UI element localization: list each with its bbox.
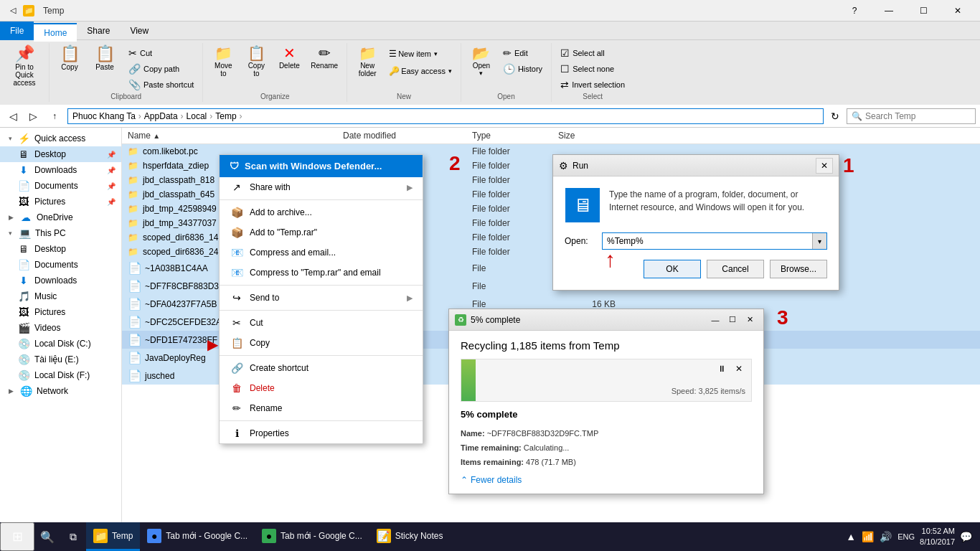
open-button[interactable]: 📂 Open ▾ [466,43,497,80]
taskbar-temp[interactable]: 📁 Temp [86,522,140,551]
fewer-details-label: Fewer details [471,475,522,485]
sidebar-item-network[interactable]: ▶ 🌐 Network [0,383,121,399]
progress-minimize[interactable]: — [707,312,723,328]
ctx-compress-temp-email[interactable]: 📧 Compress to "Temp.rar" and email [220,263,423,283]
run-dropdown-arrow[interactable]: ▾ [812,233,826,249]
address-path[interactable]: Phuoc Khang Ta › AppData › Local › Temp … [67,108,824,124]
select-all-button[interactable]: ☑ Select all [556,46,629,60]
progress-stop[interactable]: ✕ [732,362,746,376]
lang-icon[interactable]: ENG [895,532,917,541]
task-view-button[interactable]: ⧉ [60,522,86,551]
ctx-send-to[interactable]: ↪ Send to ▶ [220,288,423,308]
sidebar-item-videos[interactable]: 🎬 Videos [0,320,121,336]
tab-file[interactable]: File [0,22,34,40]
path-part-3: Local [187,111,207,121]
edit-icon: ✏ [503,47,512,59]
forward-button[interactable]: ▷ [24,108,42,125]
ctx-delete[interactable]: 🗑 Delete [220,378,423,398]
close-button[interactable]: ✕ [941,0,974,22]
sidebar-item-onedrive[interactable]: ▶ ☁ OneDrive [0,209,121,225]
back-button[interactable]: ◁ [4,108,22,125]
delete-button[interactable]: ✕ Delete [273,43,305,72]
network-tray-icon[interactable]: 📶 [859,531,876,542]
new-item-button[interactable]: ☰ New item ▾ [385,46,456,62]
taskbar-chrome-2[interactable]: ● Tab mới - Google C... [255,522,369,551]
tab-share[interactable]: Share [77,22,120,40]
sidebar-item-pc-docs[interactable]: 📄 Documents [0,257,121,273]
progress-close[interactable]: ✕ [742,312,758,328]
expand-icon: ▾ [9,135,12,142]
sidebar-item-pc-pictures[interactable]: 🖼 Pictures [0,304,121,320]
paste-shortcut-button[interactable]: 📎 Paste shortcut [124,77,198,92]
ctx-copy[interactable]: 📋 Copy [220,333,423,353]
invert-selection-button[interactable]: ⇄ Invert selection [556,77,629,92]
minimize-button[interactable]: — [872,0,905,22]
sidebar-item-pictures[interactable]: 🖼 Pictures 📌 [0,194,121,209]
refresh-button[interactable]: ↻ [826,108,844,125]
sidebar-item-local-c[interactable]: 💿 Local Disk (C:) [0,336,121,352]
pin-to-quick-access-button[interactable]: 📌 Pin to Quick access [4,43,44,90]
clock[interactable]: 10:52 AM 8/10/2017 [920,526,955,548]
sidebar-item-local-f[interactable]: 💿 Local Disk (F:) [0,367,121,383]
copy-path-button[interactable]: 🔗 Copy path [124,62,198,76]
tab-home[interactable]: Home [34,23,77,42]
sidebar-item-music[interactable]: 🎵 Music [0,288,121,304]
documents-pin: 📌 [107,182,116,190]
run-dialog-close[interactable]: ✕ [816,158,833,174]
new-folder-button[interactable]: 📁 New folder [352,43,383,80]
sidebar-item-pc-downloads[interactable]: ⬇ Downloads [0,273,121,288]
run-browse-button[interactable]: Browse... [770,260,827,278]
sidebar-item-local-e[interactable]: 💿 Tài liệu (E:) [0,352,121,367]
maximize-button[interactable]: ☐ [907,0,940,22]
tab-view[interactable]: View [120,22,159,40]
qs-back[interactable]: ◁ [6,4,20,18]
pictures-icon: 🖼 [17,196,30,207]
cut-button[interactable]: ✂ Cut [124,46,198,60]
sidebar-item-downloads[interactable]: ⬇ Downloads 📌 [0,162,121,178]
history-button[interactable]: 🕒 History [499,62,547,76]
progress-bar-container: Speed: 3,825 items/s [461,359,752,402]
ctx-properties[interactable]: ℹ Properties [220,423,423,443]
ctx-compress-email[interactable]: 📧 Compress and email... [220,242,423,263]
system-tray: ▲ 📶 🔊 ENG [844,531,917,542]
cortana-button[interactable]: 🔍 [34,522,60,551]
run-cancel-button[interactable]: Cancel [707,260,764,278]
taskbar-sticky[interactable]: 📝 Sticky Notes [369,522,451,551]
ctx-share-with[interactable]: ↗ Share with ▶ [220,177,423,197]
volume-icon[interactable]: 🔊 [877,531,894,542]
ctx-add-temp-rar[interactable]: 📦 Add to "Temp.rar" [220,222,423,242]
fewer-details-button[interactable]: ⌃ Fewer details [461,475,752,485]
help-button[interactable]: ? [838,0,871,22]
easy-access-button[interactable]: 🔑 Easy access ▾ [385,63,456,79]
sidebar-item-documents[interactable]: 📄 Documents 📌 [0,178,121,194]
open-label: Open: [565,236,596,246]
sidebar-item-desktop[interactable]: 🖥 Desktop 📌 [0,146,121,162]
ctx-rename[interactable]: ✏ Rename [220,398,423,418]
quick-access-toolbar: ◁ 📁 [6,4,34,18]
copy-button-large[interactable]: 📋 Copy [54,43,85,93]
ctx-create-shortcut[interactable]: 🔗 Create shortcut [220,358,423,378]
run-input[interactable] [603,233,812,249]
progress-pause[interactable]: ⏸ [715,362,729,376]
up-button[interactable]: ↑ [46,108,63,125]
run-ok-button[interactable]: OK [644,260,701,278]
paste-button[interactable]: 📋 Paste [87,43,123,93]
rename-button[interactable]: ✏ Rename [306,43,342,72]
search-input[interactable] [865,111,971,121]
move-to-button[interactable]: 📁 Move to [207,43,239,80]
easy-access-icon: 🔑 [389,66,400,76]
sidebar: ▾ ⚡ Quick access 🖥 Desktop 📌 ⬇ Downloads… [0,128,122,534]
tray-expand[interactable]: ▲ [844,531,858,542]
ctx-add-archive[interactable]: 📦 Add to archive... [220,202,423,222]
start-button[interactable]: ⊞ [0,522,34,551]
sidebar-item-pc-desktop[interactable]: 🖥 Desktop [0,241,121,257]
taskbar-chrome-1[interactable]: ● Tab mới - Google C... [140,522,255,551]
edit-button[interactable]: ✏ Edit [499,46,547,60]
sidebar-item-this-pc[interactable]: ▾ 💻 This PC [0,225,121,241]
notification-icon[interactable]: 💬 [958,531,974,542]
copy-to-button[interactable]: 📋 Copy to [240,43,272,80]
select-none-button[interactable]: ☐ Select none [556,62,629,76]
progress-maximize[interactable]: ☐ [725,312,740,328]
select-btns: ☑ Select all ☐ Select none ⇄ Invert sele… [556,43,629,92]
ctx-cut[interactable]: ✂ Cut [220,313,423,333]
